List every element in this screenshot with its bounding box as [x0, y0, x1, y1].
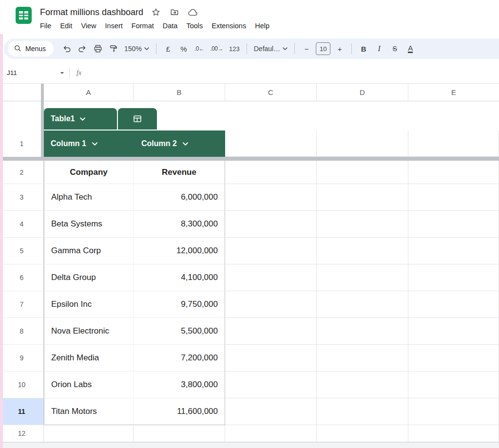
cell-d9[interactable]	[317, 345, 408, 372]
menu-view[interactable]: View	[77, 20, 100, 31]
cell-e3[interactable]	[408, 184, 499, 211]
column-header-e[interactable]: E	[408, 84, 499, 101]
cell-b8[interactable]: 5,500,000	[134, 318, 225, 345]
row-header-12[interactable]: 12	[0, 425, 44, 442]
increase-font-size-button[interactable]: +	[332, 41, 347, 56]
cell-d5[interactable]	[317, 238, 408, 264]
cell-e12[interactable]	[408, 425, 499, 442]
paint-format-button[interactable]	[106, 41, 121, 56]
column-header-d[interactable]: D	[317, 84, 408, 101]
row-header-1[interactable]: 1	[0, 131, 44, 157]
cell-b7[interactable]: 9,750,000	[134, 291, 225, 318]
cell-c12[interactable]	[225, 425, 317, 442]
cell-c2[interactable]	[225, 161, 317, 184]
cell-a2[interactable]: Company	[44, 161, 134, 184]
column-header-b[interactable]: B	[134, 84, 225, 101]
chevron-down-icon[interactable]	[60, 72, 64, 75]
undo-button[interactable]	[59, 41, 74, 56]
cell-b6[interactable]: 4,100,000	[134, 264, 225, 291]
cell-c1[interactable]	[225, 131, 317, 157]
cell-a6[interactable]: Delta Group	[44, 264, 134, 291]
bold-button[interactable]: B	[356, 41, 371, 56]
table-name-chip[interactable]: Table1	[44, 108, 117, 130]
menus-search-button[interactable]: Menus	[8, 41, 54, 56]
table-menu-chip[interactable]	[118, 108, 157, 130]
cell-e5[interactable]	[408, 238, 499, 264]
cell-e1[interactable]	[408, 131, 499, 157]
row-header-5[interactable]: 5	[0, 238, 44, 264]
cell-d7[interactable]	[317, 291, 408, 318]
row-header-2[interactable]: 2	[0, 161, 44, 184]
bottom-scroll-area[interactable]	[0, 442, 499, 448]
cell-d6[interactable]	[317, 264, 408, 291]
cell-a9[interactable]: Zenith Media	[44, 345, 134, 372]
cell-d8[interactable]	[317, 318, 408, 345]
cell-c9[interactable]	[225, 345, 317, 372]
row-header-4[interactable]: 4	[0, 211, 44, 238]
cell-b11[interactable]: 11,600,000	[134, 398, 225, 425]
cell-a11[interactable]: Titan Motors	[44, 398, 134, 425]
name-box[interactable]: J11	[7, 69, 64, 76]
cell-d3[interactable]	[317, 184, 408, 211]
italic-button[interactable]: I	[372, 41, 386, 56]
cell-c8[interactable]	[225, 318, 317, 345]
cell-d4[interactable]	[317, 211, 408, 238]
format-percent-button[interactable]: %	[176, 41, 191, 56]
cell-b2[interactable]: Revenue	[134, 161, 225, 184]
cell-b12[interactable]	[134, 425, 225, 442]
cell-e11[interactable]	[408, 398, 499, 425]
cell-c5[interactable]	[225, 238, 317, 264]
menu-extensions[interactable]: Extensions	[207, 20, 250, 31]
cell-b3[interactable]: 6,000,000	[134, 184, 225, 211]
cloud-status-icon[interactable]	[187, 6, 199, 18]
number-format-button[interactable]: 123	[227, 41, 242, 56]
font-selector[interactable]: Defaul…	[251, 41, 290, 56]
increase-decimal-button[interactable]: .00→	[208, 41, 226, 56]
cell-e9[interactable]	[408, 345, 499, 372]
menu-tools[interactable]: Tools	[182, 20, 207, 31]
font-size-input[interactable]: 10	[316, 42, 330, 55]
menu-help[interactable]: Help	[250, 20, 274, 31]
redo-button[interactable]	[75, 41, 90, 56]
cell-d2[interactable]	[317, 161, 408, 184]
cell-b9[interactable]: 7,200,000	[134, 345, 225, 372]
row-header-11-selected[interactable]: 11	[0, 398, 44, 425]
format-currency-button[interactable]: £	[161, 41, 175, 56]
cell-b10[interactable]: 3,800,000	[134, 372, 225, 398]
cell-a10[interactable]: Orion Labs	[44, 372, 134, 398]
cell-a4[interactable]: Beta Systems	[44, 211, 134, 238]
row-header-6[interactable]: 6	[0, 264, 44, 291]
cell-d1[interactable]	[317, 131, 408, 157]
row-header-3[interactable]: 3	[0, 184, 44, 211]
chevron-down-icon[interactable]	[183, 142, 188, 146]
row-header-9[interactable]: 9	[0, 345, 44, 372]
table-column-chip-2[interactable]: Column 2	[134, 131, 225, 157]
menu-data[interactable]: Data	[158, 20, 182, 31]
decrease-decimal-button[interactable]: .0←	[192, 41, 207, 56]
chevron-down-icon[interactable]	[92, 142, 97, 146]
frozen-row-divider[interactable]	[0, 157, 499, 161]
sheets-logo-icon[interactable]	[15, 6, 33, 24]
text-color-button[interactable]: A	[408, 44, 413, 53]
menu-format[interactable]: Format	[127, 20, 158, 31]
cell-d12[interactable]	[317, 425, 408, 442]
cell-c6[interactable]	[225, 264, 317, 291]
zoom-selector[interactable]: 150%	[122, 41, 152, 56]
document-title[interactable]: Format millions dashboard	[40, 7, 143, 18]
cell-a12[interactable]	[44, 425, 134, 442]
cell-a5[interactable]: Gamma Corp	[44, 238, 134, 264]
column-header-c[interactable]: C	[225, 84, 317, 101]
cell-d10[interactable]	[317, 372, 408, 398]
print-button[interactable]	[91, 41, 105, 56]
row-header-10[interactable]: 10	[0, 372, 44, 398]
cell-d11[interactable]	[317, 398, 408, 425]
menu-edit[interactable]: Edit	[56, 20, 77, 31]
move-folder-icon[interactable]	[169, 6, 180, 18]
cell-a7[interactable]: Epsilon Inc	[44, 291, 134, 318]
row-header-7[interactable]: 7	[0, 291, 44, 318]
cell-b5[interactable]: 12,000,000	[134, 238, 225, 264]
cell-e4[interactable]	[408, 211, 499, 238]
cell-c4[interactable]	[225, 211, 317, 238]
menu-file[interactable]: File	[36, 20, 56, 31]
cell-c7[interactable]	[225, 291, 317, 318]
